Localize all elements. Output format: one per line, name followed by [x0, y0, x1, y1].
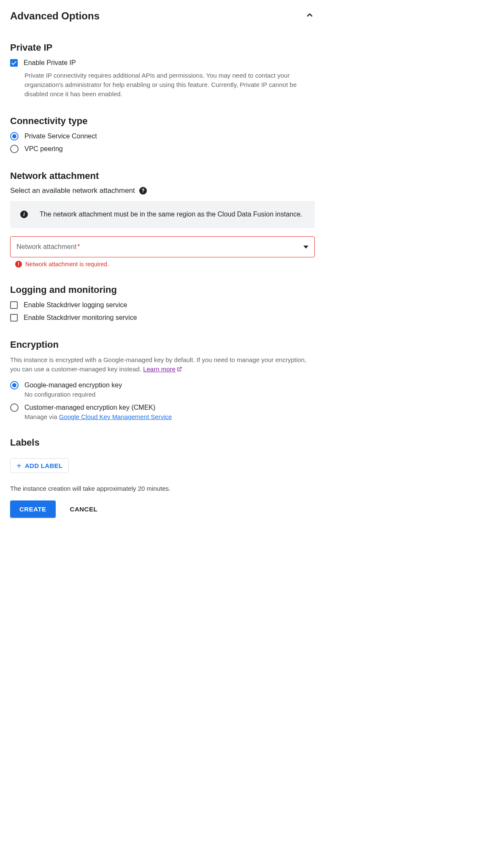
- connectivity-vpc-row: VPC peering: [10, 144, 315, 154]
- cancel-button[interactable]: CANCEL: [68, 505, 100, 513]
- stackdriver-monitoring-row: Enable Stackdriver monitoring service: [10, 313, 315, 322]
- stackdriver-logging-label: Enable Stackdriver logging service: [24, 300, 127, 310]
- encryption-cmek-sub: Manage via Google Cloud Key Management S…: [24, 413, 315, 420]
- creation-time-note: The instance creation will take approxim…: [10, 485, 315, 492]
- network-attachment-banner: i The network attachment must be in the …: [10, 201, 315, 228]
- network-attachment-prompt-row: Select an available network attachment ?: [10, 187, 315, 195]
- encryption-google-sub: No configuration required: [24, 391, 315, 398]
- labels-section: Labels + ADD LABEL The instance creation…: [10, 437, 315, 518]
- info-icon: i: [20, 211, 28, 218]
- connectivity-type-section: Connectivity type Private Service Connec…: [10, 116, 315, 154]
- connectivity-psc-label: Private Service Connect: [24, 132, 97, 141]
- encryption-cmek-label: Customer-managed encryption key (CMEK): [24, 403, 155, 412]
- plus-icon: +: [16, 463, 22, 469]
- network-attachment-heading: Network attachment: [10, 170, 315, 181]
- stackdriver-logging-checkbox[interactable]: [10, 301, 18, 309]
- encryption-body: This instance is encrypted with a Google…: [10, 355, 315, 375]
- private-ip-heading: Private IP: [10, 42, 315, 53]
- chevron-up-icon[interactable]: [305, 10, 315, 22]
- connectivity-vpc-radio[interactable]: [10, 145, 19, 153]
- add-label-text: ADD LABEL: [25, 462, 62, 469]
- kms-link[interactable]: Google Cloud Key Management Service: [59, 413, 172, 420]
- connectivity-vpc-label: VPC peering: [24, 144, 63, 154]
- connectivity-type-heading: Connectivity type: [10, 116, 315, 127]
- encryption-google-label: Google-managed encryption key: [24, 381, 122, 390]
- enable-private-ip-label: Enable Private IP: [24, 58, 76, 68]
- labels-heading: Labels: [10, 437, 315, 448]
- enable-private-ip-row: Enable Private IP: [10, 58, 315, 68]
- network-attachment-error: ! Network attachment is required.: [15, 261, 315, 268]
- error-icon: !: [15, 261, 22, 268]
- help-icon[interactable]: ?: [139, 187, 147, 195]
- network-attachment-placeholder: Network attachment*: [16, 243, 80, 251]
- encryption-heading: Encryption: [10, 339, 315, 350]
- network-attachment-section: Network attachment Select an available n…: [10, 170, 315, 268]
- logging-monitoring-heading: Logging and monitoring: [10, 284, 315, 295]
- stackdriver-monitoring-label: Enable Stackdriver monitoring service: [24, 313, 137, 322]
- enable-private-ip-checkbox[interactable]: [10, 59, 18, 67]
- advanced-options-header[interactable]: Advanced Options: [10, 10, 315, 22]
- create-button[interactable]: CREATE: [10, 500, 56, 518]
- advanced-options-title: Advanced Options: [10, 10, 100, 22]
- network-attachment-banner-text: The network attachment must be in the sa…: [40, 209, 303, 219]
- connectivity-psc-row: Private Service Connect: [10, 132, 315, 141]
- encryption-cmek-radio[interactable]: [10, 403, 19, 412]
- stackdriver-monitoring-checkbox[interactable]: [10, 314, 18, 322]
- network-attachment-prompt: Select an available network attachment: [10, 187, 135, 195]
- logging-monitoring-section: Logging and monitoring Enable Stackdrive…: [10, 284, 315, 322]
- add-label-button[interactable]: + ADD LABEL: [10, 458, 69, 473]
- encryption-section: Encryption This instance is encrypted wi…: [10, 339, 315, 420]
- private-ip-section: Private IP Enable Private IP Private IP …: [10, 42, 315, 99]
- network-attachment-error-text: Network attachment is required.: [25, 261, 109, 268]
- action-buttons: CREATE CANCEL: [10, 500, 315, 518]
- private-ip-helper: Private IP connectivity requires additio…: [24, 71, 315, 99]
- encryption-learn-more-link[interactable]: Learn more: [143, 365, 176, 373]
- caret-down-icon: [303, 246, 308, 249]
- network-attachment-select[interactable]: Network attachment*: [10, 236, 315, 257]
- encryption-google-row: Google-managed encryption key: [10, 381, 315, 390]
- encryption-cmek-row: Customer-managed encryption key (CMEK): [10, 403, 315, 412]
- connectivity-psc-radio[interactable]: [10, 132, 19, 141]
- external-link-icon: [176, 365, 182, 375]
- stackdriver-logging-row: Enable Stackdriver logging service: [10, 300, 315, 310]
- encryption-google-radio[interactable]: [10, 381, 19, 389]
